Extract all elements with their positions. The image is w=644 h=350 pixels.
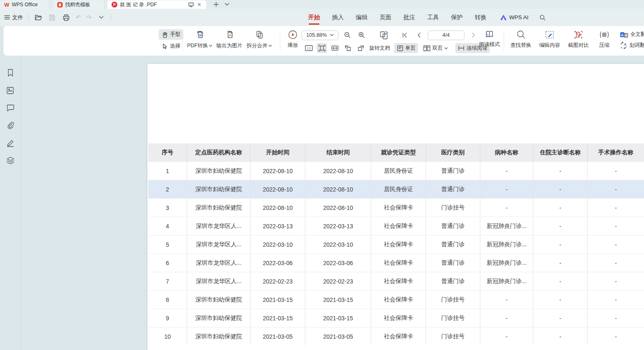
zoom-out-button[interactable] bbox=[342, 30, 352, 40]
read-mode-button[interactable]: 阅读模式 bbox=[478, 30, 501, 48]
zoom-level-select[interactable]: 105.88% bbox=[302, 31, 338, 40]
tab-list-dropdown-icon[interactable] bbox=[222, 0, 232, 9]
table-cell: - bbox=[533, 291, 588, 309]
hand-tool-button[interactable]: 手型 bbox=[159, 29, 183, 40]
rotate-doc-label[interactable]: 旋转文档 bbox=[369, 45, 390, 52]
table-cell: 门诊挂号 bbox=[426, 199, 480, 217]
find-replace-button[interactable]: 查找替换 bbox=[509, 30, 533, 49]
hand-icon bbox=[162, 31, 168, 38]
wps-ai-button[interactable]: WPS AI bbox=[500, 14, 529, 20]
first-page-button[interactable] bbox=[399, 30, 410, 40]
pdf-page[interactable]: 序号定点医药机构名称开始时间结束时间就诊凭证类型医疗类别病种名称住院主诊断名称手… bbox=[147, 64, 644, 350]
table-cell: - bbox=[480, 199, 533, 217]
full-translate-label: 全文翻译 bbox=[630, 31, 644, 38]
menu-item-edit[interactable]: 编辑 bbox=[356, 9, 368, 26]
select-tool-button[interactable]: 选择 bbox=[159, 41, 183, 51]
tab-document-pdf[interactable]: P 就 医 记 录 .PDF ✕ bbox=[107, 0, 206, 9]
next-page-button[interactable] bbox=[468, 30, 479, 40]
close-tab-icon[interactable]: ✕ bbox=[196, 2, 202, 8]
divider bbox=[280, 31, 280, 51]
table-row: 7深圳市龙华区人...2022-02-232022-02-23社会保障卡普通门诊… bbox=[148, 272, 644, 290]
actual-size-button[interactable]: 1:1 bbox=[304, 43, 314, 53]
book-icon bbox=[484, 30, 494, 39]
table-cell: - bbox=[533, 272, 588, 290]
bookmark-panel-icon[interactable] bbox=[6, 68, 15, 77]
menu-item-page[interactable]: 页面 bbox=[380, 9, 391, 26]
zoom-in-button[interactable] bbox=[356, 30, 367, 40]
open-file-icon[interactable] bbox=[34, 13, 43, 22]
table-cell: 2022-03-13 bbox=[305, 217, 371, 235]
menu-item-insert[interactable]: 插入 bbox=[332, 9, 344, 26]
double-page-button[interactable]: 双页 bbox=[421, 43, 450, 53]
table-header-cell: 病种名称 bbox=[480, 143, 533, 161]
convert-group: W PDF转换 输出为图片 拆分合并 bbox=[187, 30, 272, 49]
play-button[interactable]: 播放 bbox=[283, 30, 302, 49]
table-cell: 社会保障卡 bbox=[371, 327, 426, 345]
table-cell: - bbox=[588, 235, 644, 253]
menu-item-comment[interactable]: 批注 bbox=[403, 9, 415, 26]
rotate-left-button[interactable] bbox=[342, 43, 353, 53]
split-merge-icon bbox=[254, 30, 264, 40]
new-tab-button[interactable] bbox=[210, 0, 222, 9]
table-cell: 2022-03-06 bbox=[251, 254, 305, 272]
table-cell: - bbox=[480, 309, 533, 327]
screenshot-compare-button[interactable]: 截图对比 bbox=[566, 30, 591, 49]
rotate-right-button[interactable] bbox=[355, 43, 366, 53]
split-merge-label: 拆分合并 bbox=[247, 42, 268, 49]
comment-panel-icon[interactable] bbox=[6, 103, 15, 112]
tab-wps-office[interactable]: W WPS Office bbox=[0, 0, 49, 9]
fit-width-button[interactable] bbox=[330, 43, 340, 53]
table-cell: 普通门诊 bbox=[426, 235, 480, 253]
quick-access-bar: 文件 ↶ ↷ bbox=[4, 9, 111, 26]
zoom-page-controls: 105.88% 4/4 bbox=[302, 30, 493, 40]
table-cell: 4 bbox=[148, 217, 187, 235]
table-cell: - bbox=[480, 162, 533, 180]
table-cell: 普通门诊 bbox=[426, 217, 480, 235]
print-icon[interactable] bbox=[62, 13, 70, 22]
page-number-box[interactable]: 4/4 bbox=[428, 31, 464, 40]
chevron-down-icon bbox=[269, 45, 272, 47]
compress-button[interactable]: 压缩 bbox=[595, 30, 614, 49]
split-merge-button[interactable]: 拆分合并 bbox=[247, 30, 272, 49]
table-cell: 新冠肺炎门诊... bbox=[480, 254, 533, 272]
fit-page-button[interactable] bbox=[317, 43, 327, 53]
menu-item-protect[interactable]: 保护 bbox=[451, 9, 463, 26]
thumbnail-panel-icon[interactable] bbox=[6, 86, 15, 95]
layers-panel-icon[interactable] bbox=[6, 156, 15, 165]
tab-docer-templates[interactable]: 找稻壳模板 bbox=[53, 0, 105, 9]
svg-text:x: x bbox=[621, 46, 622, 49]
word-translate-button[interactable]: x A 划词翻译 bbox=[620, 42, 644, 49]
full-translate-button[interactable]: A 文 全文翻译 bbox=[620, 31, 644, 38]
table-row: 4深圳市龙华区人...2022-03-132022-03-13社会保障卡普通门诊… bbox=[148, 217, 644, 235]
search-commands-icon[interactable] bbox=[538, 13, 547, 22]
file-menu-button[interactable]: 文件 bbox=[4, 14, 23, 21]
edit-content-button[interactable]: 编辑内容 bbox=[538, 30, 562, 49]
chevron-right-icon bbox=[472, 33, 476, 38]
pdf-convert-button[interactable]: W PDF转换 bbox=[187, 30, 212, 49]
previous-page-button[interactable] bbox=[413, 30, 424, 40]
signature-panel-icon[interactable] bbox=[6, 138, 15, 148]
zoom-in-icon bbox=[358, 31, 365, 39]
attachment-panel-icon[interactable] bbox=[6, 121, 15, 130]
undo-icon[interactable]: ↶ bbox=[76, 14, 81, 20]
menu-item-convert[interactable]: 转换 bbox=[475, 9, 487, 26]
table-cell: 2022-08-10 bbox=[305, 162, 371, 180]
pdf-to-word-icon: W bbox=[195, 30, 205, 40]
menu-item-tools[interactable]: 工具 bbox=[427, 9, 439, 26]
table-cell: - bbox=[588, 199, 644, 217]
screenshot-compare-icon bbox=[573, 30, 583, 40]
redo-icon[interactable]: ↷ bbox=[86, 14, 92, 20]
export-image-button[interactable]: 输出为图片 bbox=[216, 30, 243, 49]
table-cell: - bbox=[533, 309, 588, 327]
present-to-screen-icon[interactable] bbox=[188, 3, 194, 7]
double-page-icon bbox=[423, 45, 431, 51]
zoom-level-value: 105.88% bbox=[306, 32, 327, 38]
find-replace-label: 查找替换 bbox=[510, 42, 531, 49]
more-commands-dropdown-icon[interactable] bbox=[97, 13, 105, 22]
table-cell: 社会保障卡 bbox=[371, 254, 426, 272]
menu-item-home[interactable]: 开始 bbox=[308, 9, 320, 26]
table-cell: 1 bbox=[148, 162, 187, 180]
save-icon[interactable] bbox=[48, 13, 56, 22]
swap-pages-button[interactable] bbox=[378, 30, 390, 40]
single-page-button[interactable]: 单页 bbox=[394, 43, 418, 53]
